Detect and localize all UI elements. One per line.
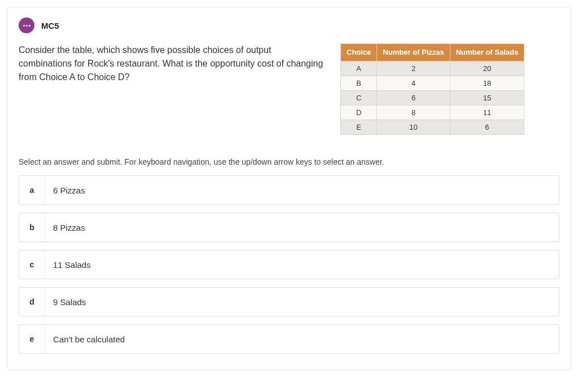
table-cell: 2 <box>377 61 450 76</box>
table-cell: 20 <box>450 61 524 76</box>
question-card: MC5 Consider the table, which shows five… <box>7 7 571 370</box>
answer-letter: d <box>19 288 45 316</box>
table-cell: 4 <box>377 76 450 91</box>
table-cell: 6 <box>450 120 524 135</box>
answer-option-d[interactable]: d 9 Salads <box>19 287 559 316</box>
table-cell: D <box>341 105 377 120</box>
question-content: Consider the table, which shows five pos… <box>19 43 559 135</box>
question-id: MC5 <box>41 21 59 30</box>
table-cell: E <box>341 120 377 135</box>
answer-option-a[interactable]: a 6 Pizzas <box>19 175 559 205</box>
answer-option-c[interactable]: c 11 Salads <box>19 250 559 279</box>
answer-letter: e <box>19 325 45 353</box>
answer-letter: b <box>19 213 45 241</box>
instruction-text: Select an answer and submit. For keyboar… <box>19 157 559 166</box>
table-cell: 10 <box>377 120 450 135</box>
table-row: E 10 6 <box>341 120 524 135</box>
answer-text: 9 Salads <box>45 288 559 316</box>
answer-option-e[interactable]: e Can't be calculated <box>19 324 559 354</box>
table-header-cell: Number of Salads <box>450 44 524 61</box>
table-cell: A <box>341 61 377 76</box>
table-row: A 2 20 <box>341 61 524 76</box>
ellipsis-icon <box>19 17 34 33</box>
answer-text: 6 Pizzas <box>45 176 559 204</box>
answer-letter: a <box>19 176 45 204</box>
table-cell: 11 <box>450 105 524 120</box>
table-cell: 18 <box>450 76 524 91</box>
question-header: MC5 <box>19 17 559 33</box>
table-cell: 6 <box>377 91 450 105</box>
answer-letter: c <box>19 250 45 279</box>
table-cell: 8 <box>377 105 450 120</box>
table-cell: 15 <box>450 91 524 105</box>
data-table: Choice Number of Pizzas Number of Salads… <box>340 43 524 135</box>
table-row: C 6 15 <box>341 91 524 105</box>
table-header-cell: Choice <box>341 44 377 61</box>
table-row: B 4 18 <box>341 76 524 91</box>
answer-text: 8 Pizzas <box>45 213 559 241</box>
table-cell: C <box>341 91 377 105</box>
table-header-row: Choice Number of Pizzas Number of Salads <box>341 44 524 61</box>
answer-text: Can't be calculated <box>45 325 559 353</box>
question-text: Consider the table, which shows five pos… <box>19 43 323 84</box>
table-header-cell: Number of Pizzas <box>377 44 450 61</box>
answer-text: 11 Salads <box>45 250 559 279</box>
table-cell: B <box>341 76 377 91</box>
table-row: D 8 11 <box>341 105 524 120</box>
answer-option-b[interactable]: b 8 Pizzas <box>19 213 559 242</box>
